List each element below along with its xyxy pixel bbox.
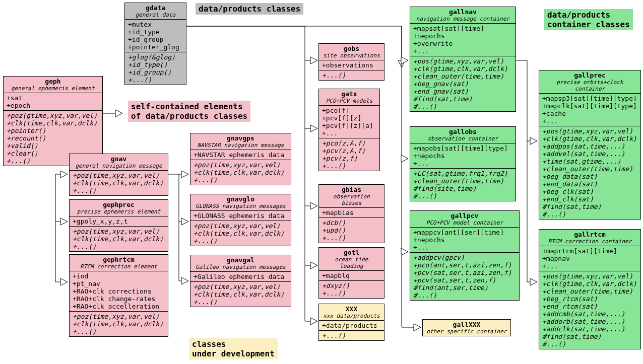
class-desc: Galileo navigation messages (190, 264, 291, 272)
class-name: gallXXX (423, 320, 510, 328)
class-gbias: gbias observation biases +mapbias +dcb()… (318, 184, 384, 243)
class-gephrtcm: gephrtcm RTCM correction element +iod +p… (69, 254, 168, 337)
label-selfcontained: self-contained elements of data/products… (128, 101, 250, 122)
class-gnavgps: gnavgps NAVSTAR navigation message +NAVS… (190, 133, 291, 185)
class-desc: GLONASS navigation messages (190, 203, 291, 211)
class-geph: geph general ephemeris element +sat +epo… (3, 76, 103, 166)
class-attrs: +mapsp3[sat][time][type] +mapclk[sat][ti… (539, 94, 640, 126)
class-attrs: +mapbias (319, 208, 384, 218)
class-gnavgal: gnavgal Galileo navigation messages +Gal… (190, 255, 291, 307)
class-attrs: +maprtcm[sat][time] +mapnav +... (539, 246, 640, 271)
class-name: gallprec (539, 70, 640, 79)
class-desc: RTCM correction element (70, 263, 168, 271)
class-desc: navigation message container (410, 16, 516, 24)
class-attrs: +mapobs[sat][time][type] +nepochs +... (410, 143, 516, 169)
class-attrs: +observations (319, 60, 384, 70)
class-desc: observation container (410, 135, 516, 143)
class-methods: +pos(gtime,xyz,var,vel) +clk(gtime,clk,v… (410, 56, 516, 111)
class-methods: +poz(time,xyz,var,vel) +clk(time,clk,var… (190, 221, 291, 246)
class-methods: +LC(sat,gtime,frq1,frq2) +clean_outer(ti… (410, 169, 516, 201)
class-methods: +glog(&glog) +id_type() +id_group() +...… (125, 52, 186, 85)
class-desc: site observations (319, 52, 384, 60)
svg-marker-3 (310, 125, 317, 132)
class-methods: +poz(time,xyz,var,vel) +clk(time,clk,var… (70, 312, 168, 336)
class-methods: +pos(gtime,xyz,var,vel) +clk(gtime,clk,v… (539, 271, 640, 349)
class-attrs: +sat +epoch (4, 93, 102, 111)
class-attrs: +mapsat[sat][time] +nepochs +overwrite +… (410, 24, 516, 56)
class-desc: ocean tide loading (319, 256, 384, 271)
label-containers: data/products container classes (544, 9, 633, 30)
class-methods: +dxyz() +...() (319, 281, 384, 298)
class-methods: +poz(time,xyz,var,vel) +clk(time,clk,var… (70, 227, 168, 251)
label-dataproducts: data/products classes (196, 3, 303, 15)
class-methods: +poz(time,xyz,var,vel) +clk(time,clk,var… (190, 160, 291, 185)
class-name: gallobs (410, 127, 516, 135)
class-desc: observation biases (319, 193, 384, 208)
class-name: gotl (319, 248, 384, 256)
class-methods: +poz(time,xyz,var,vel) +clk(time,clk,var… (70, 171, 168, 195)
class-gotl: gotl ocean tide loading +mapblq +dxyz() … (318, 247, 384, 299)
class-methods: +poz(time,xyz,var,vel) +clk(time,clk,var… (190, 282, 291, 307)
class-name: gallpcv (410, 211, 519, 220)
class-gephprec: gephprec precise ephemeris element +gpol… (69, 199, 168, 252)
class-name: gnavglo (190, 194, 291, 203)
class-gallobs: gallobs observation container +mapobs[sa… (410, 126, 516, 201)
svg-marker-13 (60, 171, 68, 178)
class-desc: other specific container (423, 328, 510, 336)
class-name: gallnav (410, 7, 516, 16)
class-attrs: +GLONASS ephemeris data (190, 211, 291, 221)
class-attrs: +mutex +id_type +id_group +pointer_glog (125, 20, 186, 52)
class-attrs: +Galileo ephemeris data (190, 272, 291, 282)
svg-marker-17 (181, 218, 188, 225)
svg-marker-11 (530, 137, 537, 144)
svg-marker-8 (401, 155, 408, 162)
class-xxx: XXX xxx data/products +data/products +..… (318, 304, 384, 341)
class-name: gdata (125, 3, 186, 12)
class-attrs: +mappcv[ant][ser][time] +nepochs +... (410, 228, 519, 253)
class-name: gnav (70, 154, 168, 163)
svg-marker-7 (401, 57, 408, 64)
class-gallxxx: gallXXX other specific container (422, 319, 511, 336)
class-name: gatx (319, 89, 379, 98)
class-attrs: +data/products (319, 321, 384, 331)
class-attrs: +pco[f] +pcv[f][z] +pcv[f][z][a] +... (319, 106, 379, 138)
class-name: gnavgps (190, 133, 291, 142)
class-methods: +addpcv(gpcv) +pco(ant,ser,t,azi,zen,f) … (410, 253, 519, 300)
class-desc: precise orbits+clock container (539, 79, 640, 94)
class-gallprec: gallprec precise orbits+clock container … (539, 70, 641, 220)
svg-marker-15 (60, 278, 68, 285)
class-methods: +dcb() +upd() +...() (319, 218, 384, 243)
svg-marker-14 (60, 218, 68, 225)
class-name: gallrtcm (539, 230, 640, 238)
svg-marker-5 (310, 262, 317, 269)
class-name: gnavgal (190, 255, 291, 264)
class-desc: xxx data/products (319, 313, 384, 321)
class-gallpcv: gallpcv PCO+PCV model container +mappcv[… (410, 210, 520, 301)
svg-marker-10 (414, 324, 421, 331)
svg-marker-4 (310, 202, 317, 209)
class-desc: NAVSTAR navigation message (190, 142, 291, 150)
svg-marker-1 (398, 60, 405, 67)
class-name: gobs (319, 44, 384, 52)
class-desc: PCO+PCV model container (410, 220, 519, 228)
class-methods: +...() (319, 331, 384, 340)
class-name: XXX (319, 304, 384, 313)
svg-marker-12 (530, 278, 537, 285)
svg-marker-18 (181, 277, 188, 284)
class-gallnav: gallnav navigation message container +ma… (410, 7, 516, 112)
class-gnavglo: gnavglo GLONASS navigation messages +GLO… (190, 194, 291, 246)
class-methods: +pos(gtime,xyz,var,vel) +clk(gtime,clk,v… (539, 126, 640, 219)
svg-marker-0 (115, 110, 122, 117)
class-gnav: gnav general navigation message +poz(tim… (69, 154, 168, 196)
class-desc: RTCM correction container (539, 238, 640, 246)
class-methods: +...() (319, 70, 384, 80)
class-attrs: +mapblq (319, 271, 384, 281)
svg-marker-6 (310, 318, 317, 325)
class-methods: +pco(z,A,f) +pcv(z,A,f) +pcv(z,f) +...() (319, 138, 379, 171)
label-underdev: classes under development (189, 338, 278, 359)
class-desc: PCO+PCV models (319, 98, 379, 106)
class-gobs: gobs site observations +observations +..… (318, 43, 384, 81)
class-attrs: +iod +pt_nav +RAO+clk corrections +RAO+c… (70, 271, 168, 312)
class-desc: precise ephemeris element (70, 208, 168, 216)
class-desc: general navigation message (70, 163, 168, 171)
